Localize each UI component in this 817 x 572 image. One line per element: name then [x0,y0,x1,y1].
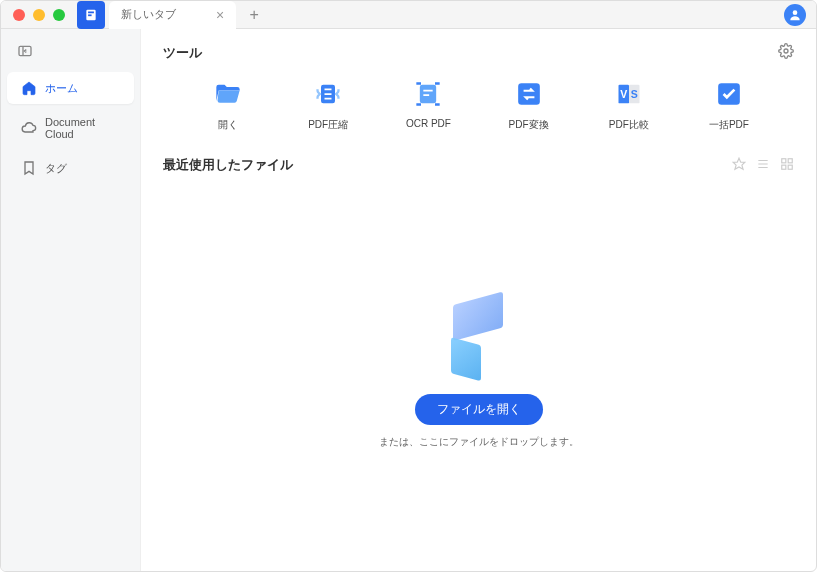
tab-new[interactable]: 新しいタブ × [109,1,236,29]
star-icon[interactable] [732,157,746,174]
sidebar-item-tags[interactable]: タグ [7,152,134,184]
tool-compare[interactable]: VS PDF比較 [594,80,664,132]
tool-label: PDF比較 [609,118,649,132]
user-avatar[interactable] [784,4,806,26]
svg-rect-20 [788,158,792,162]
open-file-button[interactable]: ファイルを開く [415,394,543,425]
drop-hint-text: または、ここにファイルをドロップします。 [379,435,579,449]
new-tab-button[interactable]: + [244,6,264,24]
sidebar-item-home[interactable]: ホーム [7,72,134,104]
batch-icon [715,80,743,108]
svg-text:V: V [620,88,627,100]
titlebar: 新しいタブ × + [1,1,816,29]
sidebar: ホーム Document Cloud タグ [1,29,141,571]
svg-rect-22 [788,165,792,169]
grid-view-icon[interactable] [780,157,794,174]
minimize-window-button[interactable] [33,9,45,21]
fullscreen-window-button[interactable] [53,9,65,21]
cloud-icon [21,120,37,136]
tool-label: PDF変換 [509,118,549,132]
compare-icon: VS [615,80,643,108]
svg-point-6 [784,49,788,53]
main-content: ツール 開く PDF圧縮 OCR PDF [141,29,816,571]
sidebar-item-label: ホーム [45,81,78,96]
settings-icon[interactable] [778,43,794,62]
svg-point-3 [793,10,798,15]
sidebar-item-document-cloud[interactable]: Document Cloud [7,108,134,148]
compress-icon [314,80,342,108]
empty-state: ファイルを開く または、ここにファイルをドロップします。 [163,294,794,449]
tab-label: 新しいタブ [121,7,176,22]
convert-icon [515,80,543,108]
svg-rect-21 [782,165,786,169]
tools-row: 開く PDF圧縮 OCR PDF PDF変換 [163,74,794,150]
list-view-icon[interactable] [756,157,770,174]
tool-label: OCR PDF [406,118,451,129]
recent-heading: 最近使用したファイル [163,156,293,174]
tool-batch[interactable]: 一括PDF [694,80,764,132]
sidebar-item-label: タグ [45,161,67,176]
svg-rect-2 [88,14,92,16]
bookmark-icon [21,160,37,176]
tool-ocr[interactable]: OCR PDF [393,80,463,132]
tool-compress[interactable]: PDF圧縮 [293,80,363,132]
empty-illustration [439,294,519,374]
tools-heading: ツール [163,44,202,62]
sidebar-collapse-icon[interactable] [1,37,140,68]
close-window-button[interactable] [13,9,25,21]
recent-view-controls [732,157,794,174]
app-logo [77,1,105,29]
ocr-icon [414,80,442,108]
svg-rect-9 [518,83,540,105]
svg-rect-19 [782,158,786,162]
home-icon [21,80,37,96]
svg-text:S: S [630,88,637,100]
svg-rect-1 [88,11,94,13]
svg-marker-15 [733,158,745,169]
tool-label: 一括PDF [709,118,749,132]
tool-convert[interactable]: PDF変換 [494,80,564,132]
tool-label: PDF圧縮 [308,118,348,132]
tool-label: 開く [218,118,238,132]
folder-open-icon [214,80,242,108]
tool-open[interactable]: 開く [193,80,263,132]
sidebar-item-label: Document Cloud [45,116,120,140]
close-tab-icon[interactable]: × [216,8,224,22]
window-controls [1,9,65,21]
svg-rect-8 [420,85,436,104]
